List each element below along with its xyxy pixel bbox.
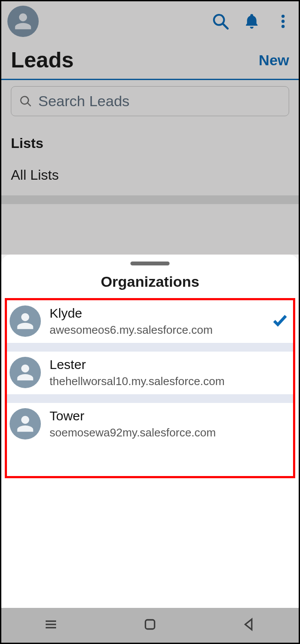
person-icon	[16, 414, 35, 433]
org-name: Tower	[50, 409, 289, 423]
notifications-button[interactable]	[242, 12, 261, 31]
menu-icon	[43, 617, 59, 632]
svg-point-2	[281, 15, 284, 18]
top-bar	[1, 1, 299, 40]
selected-check	[271, 312, 289, 331]
bell-icon	[243, 13, 260, 30]
divider	[7, 343, 293, 352]
search-placeholder: Search Leads	[38, 93, 130, 110]
org-row[interactable]: Lester thehellworsal10.my.salesforce.com	[7, 352, 293, 394]
person-icon	[16, 363, 35, 382]
org-avatar	[10, 408, 41, 439]
check-icon	[271, 312, 289, 329]
svg-point-4	[281, 25, 284, 28]
overflow-menu-button[interactable]	[273, 12, 293, 31]
org-name: Lester	[50, 357, 289, 372]
org-name: Klyde	[50, 306, 268, 321]
svg-line-1	[223, 24, 228, 29]
search-icon	[19, 95, 32, 108]
org-domain: thehellworsal10.my.salesforce.com	[50, 375, 289, 388]
svg-point-3	[281, 20, 284, 23]
divider	[7, 394, 293, 403]
organizations-sheet: Organizations Klyde awesomeos6.my.salesf…	[1, 255, 299, 608]
square-icon	[142, 617, 158, 632]
svg-marker-9	[245, 619, 252, 630]
org-row[interactable]: Klyde awesomeos6.my.salesforce.com	[7, 300, 293, 343]
search-button[interactable]	[211, 12, 230, 31]
divider	[1, 195, 299, 204]
svg-rect-8	[146, 620, 155, 629]
highlight-annotation: Klyde awesomeos6.my.salesforce.com Leste…	[5, 298, 295, 478]
profile-avatar[interactable]	[7, 6, 39, 37]
person-icon	[16, 312, 35, 331]
sheet-grabber[interactable]	[130, 262, 170, 265]
search-input[interactable]: Search Leads	[11, 86, 289, 116]
sheet-title: Organizations	[1, 273, 299, 298]
page-title: Leads	[11, 47, 74, 73]
back-button[interactable]	[241, 617, 257, 634]
title-bar: Leads New	[1, 40, 299, 80]
org-domain: awesomeos6.my.salesforce.com	[50, 323, 268, 337]
org-avatar	[10, 305, 41, 337]
org-avatar	[10, 357, 41, 388]
sheet-padding	[7, 446, 293, 476]
recent-apps-button[interactable]	[43, 617, 59, 634]
org-domain: soemosewa92my.salesforce.com	[50, 426, 289, 439]
system-nav-bar	[1, 608, 299, 643]
more-vert-icon	[274, 13, 292, 30]
lists-section-header: Lists	[1, 122, 299, 159]
search-icon	[212, 13, 229, 30]
new-button[interactable]: New	[259, 52, 289, 69]
person-icon	[13, 12, 33, 31]
org-row[interactable]: Tower soemosewa92my.salesforce.com	[7, 403, 293, 446]
home-button[interactable]	[142, 617, 158, 634]
back-triangle-icon	[241, 617, 257, 632]
all-lists-item[interactable]: All Lists	[1, 159, 299, 195]
